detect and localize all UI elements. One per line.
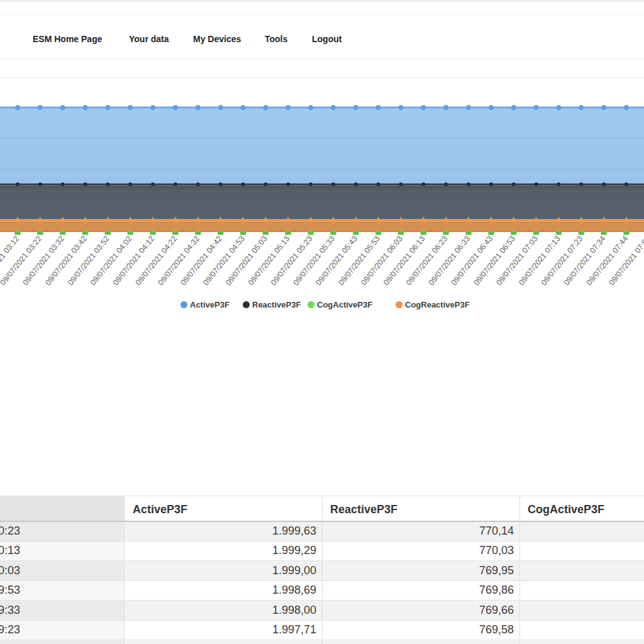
- svg-text:09/07/2021 06:43: 09/07/2021 06:43: [450, 234, 495, 287]
- svg-text:09/07/2021 06:13: 09/07/2021 06:13: [382, 234, 427, 287]
- svg-text:09/07/2021 05:43: 09/07/2021 05:43: [314, 234, 360, 287]
- svg-text:09/07/2021 05:53: 09/07/2021 05:53: [336, 234, 382, 287]
- svg-text:09/07/2021 07:03: 09/07/2021 07:03: [494, 234, 540, 287]
- svg-text:09/07/2021 04:02: 09/07/2021 04:02: [89, 234, 134, 287]
- svg-text:09/07/2021 04:12: 09/07/2021 04:12: [111, 234, 157, 287]
- svg-text:09/07/2021 03:52: 09/07/2021 03:52: [66, 234, 111, 287]
- svg-text:09/07/2021 06:53: 09/07/2021 06:53: [472, 234, 517, 287]
- svg-text:09/07/2021 07:23: 09/07/2021 07:23: [540, 234, 585, 287]
- svg-text:09/07/2021 07:44: 09/07/2021 07:44: [585, 234, 630, 287]
- svg-text:09/07/2021 04:42: 09/07/2021 04:42: [179, 234, 224, 287]
- svg-text:09/07/2021 06:33: 09/07/2021 06:33: [427, 234, 472, 287]
- svg-text:09/07/2021 07:34: 09/07/2021 07:34: [562, 234, 608, 287]
- svg-text:09/07/2021 04:32: 09/07/2021 04:32: [157, 234, 202, 287]
- svg-text:09/07/2021 04:53: 09/07/2021 04:53: [201, 234, 247, 287]
- svg-text:09/07/2021 07:13: 09/07/2021 07:13: [517, 234, 562, 287]
- svg-text:09/07/2021 06:23: 09/07/2021 06:23: [404, 234, 450, 287]
- svg-text:09/07/2021 06:03: 09/07/2021 06:03: [359, 234, 404, 287]
- svg-text:09/07/2021 03:32: 09/07/2021 03:32: [21, 234, 66, 287]
- svg-text:09/07/2021 03:22: 09/07/2021 03:22: [0, 234, 43, 287]
- svg-text:09/07/2021 05:23: 09/07/2021 05:23: [269, 234, 314, 287]
- svg-text:09/07/2021 05:13: 09/07/2021 05:13: [247, 234, 292, 287]
- svg-text:09/07/2021 04:22: 09/07/2021 04:22: [134, 234, 179, 287]
- svg-text:09/07/2021 05:03: 09/07/2021 05:03: [224, 234, 269, 287]
- svg-text:09/07/2021 05:33: 09/07/2021 05:33: [292, 234, 337, 287]
- svg-text:09/07/2021 03:42: 09/07/2021 03:42: [43, 234, 89, 287]
